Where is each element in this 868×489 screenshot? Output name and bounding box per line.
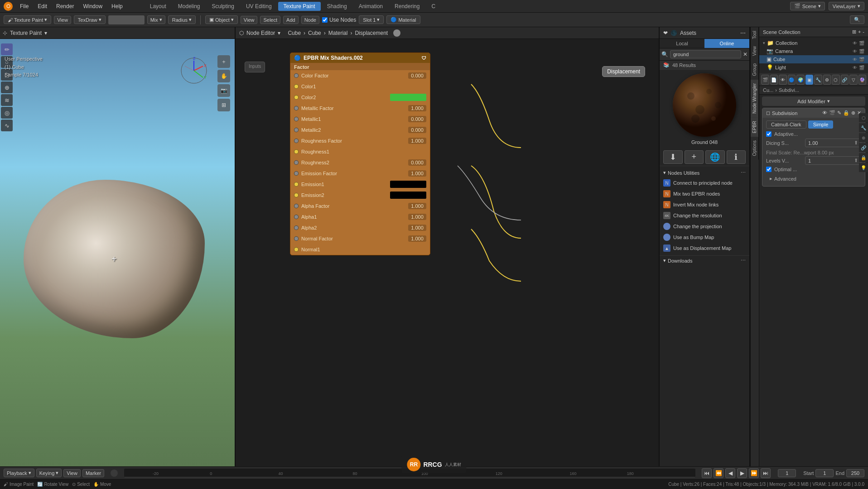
toolbar-extra-btn[interactable]: 🔍 [850, 15, 864, 24]
filter-icon[interactable]: ⊞ [852, 29, 856, 35]
assets-tab-online[interactable]: Online [704, 39, 749, 48]
epbr-node[interactable]: 🔵 EPBR Mix Shaders.002 🛡 Factor Color Fa… [290, 53, 430, 255]
displacement-node[interactable]: Displacement [602, 66, 645, 77]
socket-roughness-factor[interactable] [294, 139, 299, 143]
marker-btn[interactable]: Marker [82, 469, 104, 477]
prop-data-btn[interactable]: ▽ [849, 75, 858, 85]
color2-swatch[interactable] [390, 94, 426, 101]
cube-vis-icon[interactable]: 👁 [853, 57, 857, 62]
menu-window[interactable]: Window [79, 2, 106, 10]
catmull-clark-tab[interactable]: Catmull-Clark [766, 120, 806, 129]
toolbar-tool-btn[interactable]: TexDraw ▾ [74, 15, 106, 24]
socket-metallic2[interactable] [294, 128, 299, 132]
jump-end-btn[interactable]: ⏭ [761, 468, 771, 478]
camera-vis-icon[interactable]: 👁 [853, 49, 857, 54]
dicing-stepper[interactable]: ⬆ [854, 140, 858, 146]
util-connect-principled[interactable]: N Connect to principled node [660, 177, 749, 188]
search-clear-icon[interactable]: ✕ [743, 51, 747, 58]
util-change-resolution[interactable]: 4K Change the resolution [660, 210, 749, 221]
vtab-group[interactable]: Group [751, 60, 759, 80]
prop-particles-btn[interactable]: ⚙ [823, 75, 831, 85]
prop-physics-btn[interactable]: ⬡ [832, 75, 840, 85]
optimal-checkbox[interactable] [766, 167, 772, 172]
metallic1-value[interactable]: 0.000 [408, 116, 426, 122]
util-mix-epbr[interactable]: N Mix two EPBR nodes [660, 188, 749, 199]
menu-help[interactable]: Help [108, 2, 126, 10]
socket-normal-factor[interactable] [294, 236, 299, 241]
levels-stepper[interactable]: ⬆ [854, 158, 858, 163]
levels-value[interactable]: 1 ⬆ [805, 156, 861, 165]
socket-alpha-factor[interactable] [294, 204, 299, 208]
nodes-utilities-header[interactable]: ▾ Nodes Utilities ⋯ [660, 168, 749, 177]
vtab-epbr[interactable]: EPBR [751, 117, 759, 137]
tool-smear[interactable]: ≋ [1, 94, 13, 106]
color-picker[interactable] [108, 15, 145, 24]
socket-emission-factor[interactable] [294, 171, 299, 176]
subdiv-eye-icon[interactable]: 👁 [822, 110, 827, 116]
prop-object-btn[interactable]: ▣ [805, 75, 814, 85]
assets-tab-local[interactable]: Local [660, 39, 704, 48]
menu-edit[interactable]: Edit [34, 2, 51, 10]
slot-btn[interactable]: Slot 1 ▾ [359, 15, 384, 24]
side-icon-6[interactable]: 💡 [859, 163, 868, 172]
prop-modifier-btn[interactable]: 🔧 [814, 75, 822, 85]
socket-color1[interactable] [294, 84, 299, 89]
vis-restrict-icon[interactable]: 👁 [853, 41, 857, 46]
cube-render-icon[interactable]: 🎬 [859, 57, 864, 62]
simple-tab[interactable]: Simple [808, 120, 834, 129]
object-btn[interactable]: ▣ Object ▾ [205, 15, 238, 24]
vtab-options[interactable]: Options [751, 137, 759, 159]
add-to-scene-btn[interactable]: + [685, 150, 704, 164]
jump-start-btn[interactable]: ⏮ [702, 468, 712, 478]
tree-item-camera[interactable]: 📷 Camera 👁 🎬 [759, 47, 868, 55]
workspace-layout[interactable]: Layout [145, 2, 172, 11]
subdiv-edit-icon[interactable]: ✎ [837, 110, 841, 116]
socket-metallic-factor[interactable] [294, 106, 299, 110]
menu-render[interactable]: Render [53, 2, 77, 10]
socket-alpha2[interactable] [294, 225, 299, 230]
add-scene-icon[interactable]: + [858, 29, 861, 35]
start-frame-input[interactable] [815, 469, 834, 477]
workspace-shading[interactable]: Shading [322, 2, 352, 11]
roughness-factor-value[interactable]: 1.000 [408, 138, 426, 144]
vtab-view[interactable]: View [751, 43, 759, 60]
step-forward-btn[interactable]: ⏩ [749, 468, 759, 478]
add-modifier-btn[interactable]: Add Modifier ▾ [762, 96, 865, 106]
emission-factor-value[interactable]: 1.000 [408, 170, 426, 177]
prop-constraints-btn[interactable]: 🔗 [841, 75, 849, 85]
advanced-toggle[interactable]: ▸ Advanced [766, 174, 861, 183]
socket-emission2[interactable] [294, 193, 299, 197]
tool-blur[interactable]: ◎ [1, 107, 13, 119]
blend-mode-btn[interactable]: Mix ▾ [147, 15, 165, 24]
workspace-sculpting[interactable]: Sculpting [207, 2, 240, 11]
workspace-modeling[interactable]: Modeling [173, 2, 206, 11]
color-factor-value[interactable]: 0.000 [408, 72, 426, 79]
prop-material-btn[interactable]: 🔮 [858, 75, 867, 85]
end-frame-input[interactable] [846, 469, 864, 477]
workspace-uvediting[interactable]: UV Editing [241, 2, 277, 11]
alpha2-value[interactable]: 1.000 [408, 225, 426, 231]
side-icon-5[interactable]: 🔒 [859, 153, 868, 162]
tool-draw[interactable]: ✏ [1, 43, 13, 55]
radius-btn[interactable]: Radius ▾ [168, 15, 196, 24]
viewport-3d[interactable]: User Perspective (1) Cube Sample 7/1024 … [0, 39, 235, 466]
prop-view-btn[interactable]: 👁 [779, 75, 787, 85]
pan-btn[interactable]: ✋ [217, 70, 230, 82]
socket-normal1[interactable] [294, 247, 299, 252]
socket-alpha1[interactable] [294, 215, 299, 219]
vis-render-icon[interactable]: 🎬 [859, 41, 864, 46]
menu-file[interactable]: File [16, 2, 32, 10]
workspace-animation[interactable]: Animation [353, 2, 388, 11]
playback-btn[interactable]: Playback ▾ [4, 469, 34, 477]
subdiv-render-icon[interactable]: 🎬 [829, 110, 835, 116]
play-back-btn[interactable]: ◀ [725, 468, 735, 478]
viewlayer-selector[interactable]: ViewLayer ▾ [829, 2, 864, 10]
normal-factor-value[interactable]: 1.000 [408, 235, 426, 242]
step-back-btn[interactable]: ⏪ [714, 468, 723, 478]
tree-item-cube[interactable]: ▣ Cube 👁 🎬 [759, 55, 868, 63]
dicing-value[interactable]: 1.00 ⬆ [805, 139, 861, 147]
prop-output-btn[interactable]: 📄 [770, 75, 778, 85]
subtract-scene-icon[interactable]: - [863, 29, 864, 35]
assets-search-input[interactable] [670, 50, 741, 58]
tool-stroke[interactable]: ∿ [1, 120, 13, 131]
